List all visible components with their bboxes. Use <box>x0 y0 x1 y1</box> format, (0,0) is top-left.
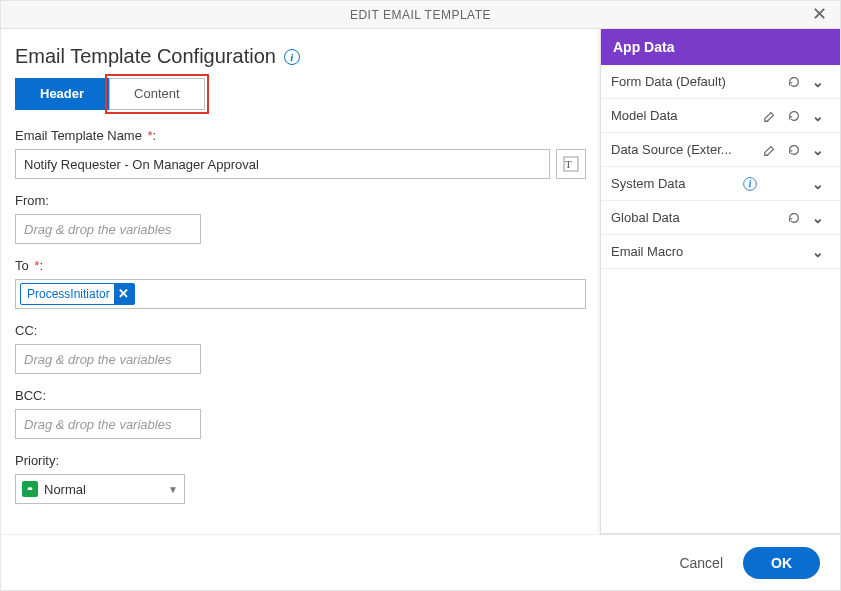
field-template-name: Email Template Name *: T <box>15 128 586 179</box>
chevron-down-icon: ▼ <box>168 484 178 495</box>
titlebar: EDIT EMAIL TEMPLATE ✕ <box>1 1 840 29</box>
accordion-list: Form Data (Default)⌄Model Data⌄Data Sour… <box>601 65 840 269</box>
edit-icon[interactable] <box>758 138 782 162</box>
modal-title: EDIT EMAIL TEMPLATE <box>350 8 491 22</box>
close-icon[interactable]: ✕ <box>806 1 834 29</box>
from-input[interactable] <box>15 214 201 244</box>
accordion-item: Global Data⌄ <box>601 201 840 235</box>
template-name-input[interactable] <box>15 149 550 179</box>
accordion-item-label[interactable]: Form Data (Default) <box>611 74 782 89</box>
text-variable-icon: T <box>563 156 579 172</box>
bcc-input[interactable] <box>15 409 201 439</box>
accordion-item: Data Source (Exter...⌄ <box>601 133 840 167</box>
accordion-item-label[interactable]: System Data <box>611 176 742 191</box>
section-heading: Email Template Configuration i <box>1 29 600 78</box>
main-content: Email Template Configuration i Header Co… <box>1 29 600 534</box>
footer: Cancel OK <box>1 534 840 590</box>
priority-normal-icon: ••• <box>22 481 38 497</box>
chevron-down-icon[interactable]: ⌄ <box>806 142 830 158</box>
label-bcc: BCC: <box>15 388 586 403</box>
panel-title: App Data <box>601 29 840 65</box>
recipient-chip: ProcessInitiator ✕ <box>20 283 135 305</box>
ok-button[interactable]: OK <box>743 547 820 579</box>
accordion-item: Email Macro⌄ <box>601 235 840 269</box>
accordion-item-label[interactable]: Data Source (Exter... <box>611 142 758 157</box>
cc-input[interactable] <box>15 344 201 374</box>
page-title: Email Template Configuration <box>15 45 276 68</box>
app-data-panel: App Data Form Data (Default)⌄Model Data⌄… <box>600 29 840 534</box>
svg-text:T: T <box>565 158 572 170</box>
refresh-icon[interactable] <box>782 104 806 128</box>
refresh-icon[interactable] <box>782 206 806 230</box>
edit-icon[interactable] <box>758 104 782 128</box>
field-to: To *: ProcessInitiator ✕ <box>15 258 586 309</box>
modal: EDIT EMAIL TEMPLATE ✕ Email Template Con… <box>0 0 841 591</box>
accordion-item: Form Data (Default)⌄ <box>601 65 840 99</box>
required-marker: * <box>144 128 153 143</box>
label-template-name-text: Email Template Name <box>15 128 142 143</box>
chevron-down-icon[interactable]: ⌄ <box>806 244 830 260</box>
recipient-chip-label: ProcessInitiator <box>27 284 110 304</box>
field-priority: Priority: ••• Normal ▼ <box>15 453 586 504</box>
field-cc: CC: <box>15 323 586 374</box>
chevron-down-icon[interactable]: ⌄ <box>806 74 830 90</box>
priority-select[interactable]: ••• Normal ▼ <box>15 474 185 504</box>
accordion-item-label[interactable]: Email Macro <box>611 244 806 259</box>
tab-header[interactable]: Header <box>15 78 109 110</box>
chevron-down-icon[interactable]: ⌄ <box>806 210 830 226</box>
priority-value: Normal <box>44 482 86 497</box>
label-to-text: To <box>15 258 29 273</box>
tabs: Header Content <box>1 78 600 120</box>
refresh-icon[interactable] <box>782 138 806 162</box>
info-icon[interactable]: i <box>284 49 300 65</box>
cancel-button[interactable]: Cancel <box>679 555 723 571</box>
chip-remove-icon[interactable]: ✕ <box>114 283 134 305</box>
field-from: From: <box>15 193 586 244</box>
info-icon[interactable]: i <box>743 177 757 191</box>
modal-body: Email Template Configuration i Header Co… <box>1 29 840 534</box>
chevron-down-icon[interactable]: ⌄ <box>806 176 830 192</box>
chevron-down-icon[interactable]: ⌄ <box>806 108 830 124</box>
label-to: To *: <box>15 258 586 273</box>
to-input[interactable]: ProcessInitiator ✕ <box>15 279 586 309</box>
label-from: From: <box>15 193 586 208</box>
tab-content[interactable]: Content <box>109 78 205 110</box>
label-template-name: Email Template Name *: <box>15 128 586 143</box>
form: Email Template Name *: T From: <box>1 128 600 504</box>
accordion-item: Model Data⌄ <box>601 99 840 133</box>
template-name-picker-button[interactable]: T <box>556 149 586 179</box>
required-marker: * <box>31 258 40 273</box>
accordion-item-label[interactable]: Model Data <box>611 108 758 123</box>
refresh-icon[interactable] <box>782 70 806 94</box>
accordion-item-label[interactable]: Global Data <box>611 210 782 225</box>
field-bcc: BCC: <box>15 388 586 439</box>
label-cc: CC: <box>15 323 586 338</box>
label-priority: Priority: <box>15 453 586 468</box>
accordion-item: System Datai⌄ <box>601 167 840 201</box>
